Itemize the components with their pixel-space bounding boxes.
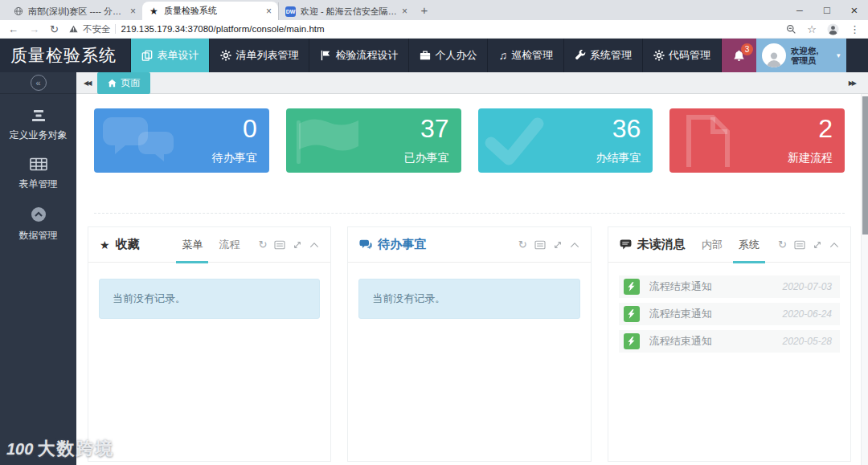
browser-tab-2-active[interactable]: ★ 质量检验系统 × bbox=[142, 2, 278, 20]
security-label: 不安全 bbox=[83, 23, 111, 35]
tab-title: 质量检验系统 bbox=[164, 5, 261, 17]
expand-icon[interactable] bbox=[813, 240, 822, 250]
bookmark-star-icon[interactable]: ☆ bbox=[807, 24, 817, 35]
message-row[interactable]: 流程结束通知 2020-05-28 bbox=[619, 330, 840, 353]
panel-header: ★ 收藏 菜单 流程 ↻ bbox=[88, 227, 330, 263]
scroll-tabs-right-icon[interactable]: ▶▶ bbox=[849, 80, 855, 87]
list-view-icon[interactable] bbox=[274, 240, 285, 250]
tab-flow[interactable]: 流程 bbox=[213, 227, 245, 263]
copy-icon bbox=[141, 50, 153, 61]
card-pending-tasks[interactable]: 0 待办事宜 bbox=[94, 108, 269, 173]
tab-internal[interactable]: 内部 bbox=[696, 227, 728, 263]
menu-label: 巡检管理 bbox=[511, 48, 553, 63]
warning-icon bbox=[69, 25, 78, 33]
tab-menu[interactable]: 菜单 bbox=[176, 227, 208, 263]
star-icon: ★ bbox=[100, 239, 110, 251]
panel-header: 未读消息 内部 系统 ↻ bbox=[608, 227, 850, 263]
expand-icon[interactable] bbox=[553, 240, 563, 250]
briefcase-icon bbox=[420, 50, 431, 61]
tab-page[interactable]: 页面 bbox=[97, 72, 150, 94]
panel-unread-messages: 未读消息 内部 系统 ↻ bbox=[608, 226, 851, 462]
comments-icon bbox=[359, 239, 372, 250]
menu-item-inspection-manage[interactable]: ♫ 巡检管理 bbox=[487, 39, 563, 72]
app-title: 质量检验系统 bbox=[0, 39, 130, 72]
app-favicon: DW bbox=[285, 6, 296, 17]
card-closed-tasks[interactable]: 36 办结事宜 bbox=[478, 108, 653, 173]
list-view-icon[interactable] bbox=[794, 240, 805, 250]
scrollbar-thumb[interactable] bbox=[862, 96, 868, 235]
sidebar-item-form-manage[interactable]: 表单管理 bbox=[0, 157, 76, 191]
circle-up-icon bbox=[31, 206, 47, 225]
tab-title: 欢迎 - 船海云信安全隔离与信息... bbox=[301, 6, 397, 18]
sidebar-collapse-button[interactable]: « bbox=[31, 75, 47, 91]
globe-icon bbox=[13, 6, 23, 17]
menu-item-code-manage[interactable]: 代码管理 bbox=[642, 39, 722, 72]
panel-body: 当前没有记录。 bbox=[88, 263, 330, 335]
tab-close-icon[interactable]: × bbox=[130, 6, 136, 16]
maximize-button[interactable]: □ bbox=[813, 0, 841, 20]
content-area: ◀◀ 页面 ▶▶ 0 待办事宜 bbox=[76, 72, 868, 465]
refresh-icon[interactable]: ↻ bbox=[778, 239, 787, 250]
user-menu[interactable]: 欢迎您,管理员 ▾ bbox=[756, 39, 846, 72]
expand-icon[interactable] bbox=[293, 240, 302, 250]
collapse-panel-icon[interactable] bbox=[309, 242, 319, 248]
tab-system[interactable]: 系统 bbox=[733, 227, 765, 263]
page-tab-bar: ◀◀ 页面 ▶▶ bbox=[76, 72, 868, 94]
back-icon[interactable]: ← bbox=[8, 24, 18, 35]
menu-item-personal-office[interactable]: 个人办公 bbox=[408, 39, 487, 72]
header-tail bbox=[846, 39, 868, 72]
message-date: 2020-06-24 bbox=[776, 308, 832, 320]
list-view-icon[interactable] bbox=[534, 240, 546, 250]
panel-header: 待办事宜 ↻ bbox=[348, 227, 590, 263]
browser-tab-1[interactable]: 南部(深圳)赛区 ---- 分区赛 × bbox=[6, 2, 142, 20]
card-value: 0 bbox=[243, 114, 257, 144]
menu-item-flow-design[interactable]: 检验流程设计 bbox=[309, 39, 408, 72]
url-text: 219.135.179.34:37080/platform/console/ma… bbox=[121, 24, 324, 34]
sidebar-item-label: 表单管理 bbox=[19, 178, 58, 190]
browser-menu-icon[interactable]: ⋮ bbox=[850, 24, 860, 35]
sidebar-item-label: 数据管理 bbox=[19, 230, 58, 241]
vertical-scrollbar[interactable] bbox=[861, 94, 868, 465]
wrench-icon bbox=[575, 50, 586, 61]
forward-icon[interactable]: → bbox=[29, 24, 39, 35]
message-text: 流程结束通知 bbox=[649, 307, 712, 321]
menu-item-list-manage[interactable]: 清单列表管理 bbox=[209, 39, 309, 72]
zoom-search-icon[interactable] bbox=[786, 24, 796, 35]
collapse-panel-icon[interactable] bbox=[570, 242, 579, 248]
lightning-icon bbox=[624, 279, 640, 295]
panel-title: 未读消息 bbox=[620, 237, 686, 252]
browser-tab-3[interactable]: DW 欢迎 - 船海云信安全隔离与信息... × bbox=[278, 2, 414, 20]
collapse-panel-icon[interactable] bbox=[829, 242, 839, 248]
address-bar[interactable]: 不安全 219.135.179.34:37080/platform/consol… bbox=[69, 23, 776, 35]
card-done-tasks[interactable]: 37 已办事宜 bbox=[286, 108, 461, 173]
sidebar-item-data-manage[interactable]: 数据管理 bbox=[0, 206, 76, 243]
tab-close-icon[interactable]: × bbox=[402, 6, 407, 16]
reload-icon[interactable]: ↻ bbox=[50, 24, 59, 35]
menu-item-form-design[interactable]: 表单设计 bbox=[130, 39, 209, 72]
card-new-flows[interactable]: 2 新建流程 bbox=[669, 108, 845, 173]
minimize-button[interactable]: ─ bbox=[786, 0, 813, 20]
refresh-icon[interactable]: ↻ bbox=[258, 239, 267, 250]
menu-item-system-manage[interactable]: 系统管理 bbox=[563, 39, 642, 72]
sidebar-item-business-object[interactable]: 定义业务对象 bbox=[0, 109, 76, 142]
tab-page-label: 页面 bbox=[121, 76, 140, 90]
menu-label: 系统管理 bbox=[590, 48, 632, 63]
notification-badge: 3 bbox=[741, 43, 753, 55]
panel-actions: ↻ bbox=[258, 239, 319, 250]
empty-records-alert: 当前没有记录。 bbox=[358, 279, 579, 319]
card-value: 37 bbox=[420, 114, 449, 144]
panel-tabs: 内部 系统 bbox=[696, 227, 765, 263]
tab-close-icon[interactable]: × bbox=[266, 6, 272, 16]
profile-avatar-icon[interactable] bbox=[827, 23, 839, 35]
message-row[interactable]: 流程结束通知 2020-06-24 bbox=[619, 303, 840, 325]
notifications-button[interactable]: 3 bbox=[722, 39, 756, 72]
message-row[interactable]: 流程结束通知 2020-07-03 bbox=[619, 275, 840, 298]
main-menu: 表单设计 清单列表管理 检验流程设计 个人办公 ♫ bbox=[130, 39, 722, 72]
panel-title: 待办事宜 bbox=[359, 237, 426, 252]
close-button[interactable]: × bbox=[841, 0, 868, 20]
card-label: 办结事宜 bbox=[596, 151, 641, 165]
scroll-tabs-left-icon[interactable]: ◀◀ bbox=[84, 80, 90, 87]
refresh-icon[interactable]: ↻ bbox=[518, 239, 527, 250]
panel-favorites: ★ 收藏 菜单 流程 ↻ bbox=[88, 226, 331, 462]
new-tab-button[interactable]: + bbox=[414, 3, 435, 17]
